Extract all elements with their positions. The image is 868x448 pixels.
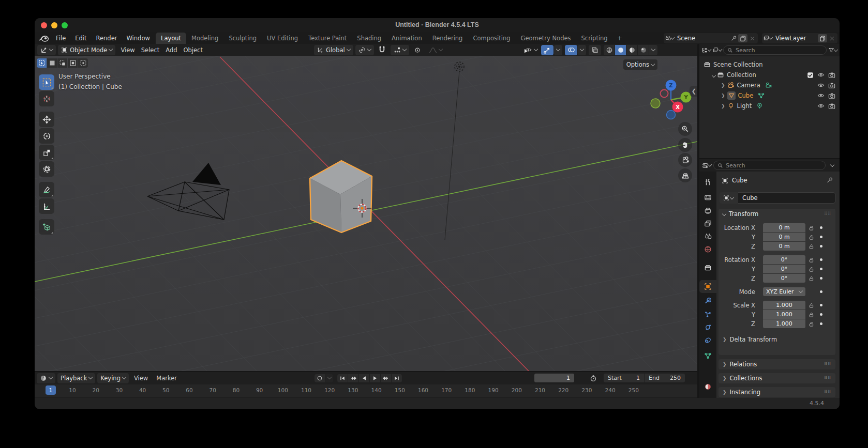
pin-icon[interactable] xyxy=(826,177,833,184)
lock-icon[interactable] xyxy=(809,266,814,272)
zoom-icon[interactable] xyxy=(678,122,692,136)
animate-dot[interactable] xyxy=(820,322,822,325)
rotation-value-field[interactable]: 0° xyxy=(763,274,805,283)
rotation-mode-dropdown[interactable]: XYZ Euler xyxy=(763,287,805,296)
tool-move-icon[interactable] xyxy=(39,112,54,127)
drag-handle-icon[interactable]: ⠿⠿ xyxy=(824,377,831,379)
add-workspace-button[interactable]: + xyxy=(613,33,626,44)
workspace-tab-compositing[interactable]: Compositing xyxy=(468,33,515,44)
properties-tab-tool[interactable] xyxy=(699,176,716,189)
timeline-menu-view[interactable]: View xyxy=(131,374,151,383)
properties-tab-scene[interactable] xyxy=(699,230,716,243)
shading-rendered-button[interactable] xyxy=(638,45,649,55)
tool-annotate-icon[interactable] xyxy=(39,182,54,197)
object-name-input[interactable]: Cube xyxy=(738,192,835,204)
overlays-dropdown[interactable] xyxy=(578,45,586,55)
snap-magnet-icon[interactable] xyxy=(376,45,388,55)
hand-icon[interactable] xyxy=(678,138,692,152)
viewlayer-name[interactable]: ViewLayer xyxy=(772,35,818,42)
play-button[interactable] xyxy=(370,374,380,382)
hide-eye-icon[interactable] xyxy=(817,72,825,78)
workspace-tab-rendering[interactable]: Rendering xyxy=(427,33,468,44)
timeline-menu-keying[interactable]: Keying xyxy=(97,373,129,383)
editor-type-outliner-icon[interactable] xyxy=(701,46,711,54)
timeline-menu-playback[interactable]: Playback xyxy=(57,373,95,383)
jump-to-end-button[interactable] xyxy=(392,374,402,382)
rotation-value-field[interactable]: 0° xyxy=(763,255,805,264)
drag-handle-icon[interactable]: ⠿⠿ xyxy=(824,391,831,393)
workspace-tab-animation[interactable]: Animation xyxy=(386,33,427,44)
shading-dropdown[interactable] xyxy=(649,45,657,55)
disable-render-icon[interactable] xyxy=(828,103,835,110)
workspace-tab-modeling[interactable]: Modeling xyxy=(186,33,223,44)
lock-icon[interactable] xyxy=(809,312,814,318)
properties-tab-physics[interactable] xyxy=(699,321,716,334)
sidebar-collapse-icon[interactable]: ❮ xyxy=(690,86,697,97)
outliner-row-scene-collection[interactable]: Scene Collection xyxy=(699,59,840,70)
scene-icon[interactable] xyxy=(665,34,674,42)
pivot-point-dropdown[interactable] xyxy=(355,45,374,55)
outliner-display-mode-icon[interactable] xyxy=(712,46,722,54)
gizmo-dropdown[interactable] xyxy=(554,45,562,55)
properties-tab-modifiers[interactable] xyxy=(699,294,716,307)
menu-file[interactable]: File xyxy=(51,33,70,43)
delta-transform-panel[interactable]: ❯Delta Transform xyxy=(723,336,777,343)
frame-end-field[interactable]: End250 xyxy=(645,374,685,382)
properties-tab-viewlayer[interactable] xyxy=(699,217,716,230)
animate-dot[interactable] xyxy=(820,226,822,229)
show-gizmo-toggle[interactable] xyxy=(541,45,553,55)
tool-select-box-icon[interactable] xyxy=(39,74,54,90)
lock-icon[interactable] xyxy=(809,225,814,231)
scale-value-field[interactable]: 1.000 xyxy=(763,310,805,319)
current-frame-field[interactable]: 1 xyxy=(534,374,574,382)
properties-tab-collection[interactable] xyxy=(699,261,716,274)
viewport-menu-view[interactable]: View xyxy=(117,45,138,55)
viewport-menu-select[interactable]: Select xyxy=(138,45,162,55)
proportional-edit-icon[interactable] xyxy=(411,45,424,55)
lock-icon[interactable] xyxy=(809,234,814,240)
use-preview-range-icon[interactable] xyxy=(589,374,598,382)
lock-icon[interactable] xyxy=(809,257,814,263)
hide-eye-icon[interactable] xyxy=(817,103,825,109)
lock-icon[interactable] xyxy=(809,275,814,282)
properties-tab-render[interactable] xyxy=(699,191,716,204)
tool-measure-icon[interactable] xyxy=(39,198,54,214)
disable-render-icon[interactable] xyxy=(828,92,835,99)
object-id-icon[interactable] xyxy=(720,192,737,204)
tool-rotate-icon[interactable] xyxy=(39,128,54,144)
drag-handle-icon[interactable]: ⠿⠿ xyxy=(824,213,831,215)
properties-tab-material[interactable] xyxy=(699,380,716,393)
tool-add-cube-icon[interactable] xyxy=(39,219,54,235)
auto-keying-dropdown[interactable] xyxy=(325,374,333,382)
scale-value-field[interactable]: 1.000 xyxy=(763,301,805,310)
rotation-value-field[interactable]: 0° xyxy=(763,265,805,273)
properties-tab-world[interactable] xyxy=(699,243,716,256)
workspace-tab-layout[interactable]: Layout xyxy=(156,33,186,44)
select-mode-invert-icon[interactable] xyxy=(78,58,88,68)
grid-ortho-icon[interactable] xyxy=(678,168,692,182)
frame-start-field[interactable]: Start1 xyxy=(604,374,644,382)
panel-instancing[interactable]: ❯Instancing⠿⠿ xyxy=(719,387,835,397)
animate-dot[interactable] xyxy=(820,258,822,261)
viewlayer-icon[interactable] xyxy=(763,34,772,42)
delete-viewlayer-button[interactable] xyxy=(827,34,836,42)
shading-solid-button[interactable] xyxy=(615,45,626,55)
properties-tab-constraints[interactable] xyxy=(699,334,716,347)
workspace-tab-scripting[interactable]: Scripting xyxy=(576,33,613,44)
panel-relations[interactable]: ❯Relations⠿⠿ xyxy=(719,359,835,369)
workspace-tab-geometry-nodes[interactable]: Geometry Nodes xyxy=(516,33,576,44)
transform-panel-header[interactable]: Transform ⠿⠿ xyxy=(719,209,835,219)
outliner-row-light[interactable]: ❯Light xyxy=(699,101,840,111)
editor-type-properties-icon[interactable] xyxy=(702,161,711,169)
animate-dot[interactable] xyxy=(820,236,822,238)
hide-eye-icon[interactable] xyxy=(817,82,825,88)
select-mode-subtract-icon[interactable] xyxy=(68,58,78,68)
animate-dot[interactable] xyxy=(820,268,822,270)
animate-dot[interactable] xyxy=(820,313,822,316)
new-scene-button[interactable] xyxy=(738,34,747,42)
tool-cursor-icon[interactable] xyxy=(39,91,54,106)
menu-window[interactable]: Window xyxy=(122,33,154,43)
properties-search-input[interactable]: Search xyxy=(713,161,826,170)
viewport-menu-add[interactable]: Add xyxy=(162,45,180,55)
workspace-tab-texture-paint[interactable]: Texture Paint xyxy=(303,33,352,44)
